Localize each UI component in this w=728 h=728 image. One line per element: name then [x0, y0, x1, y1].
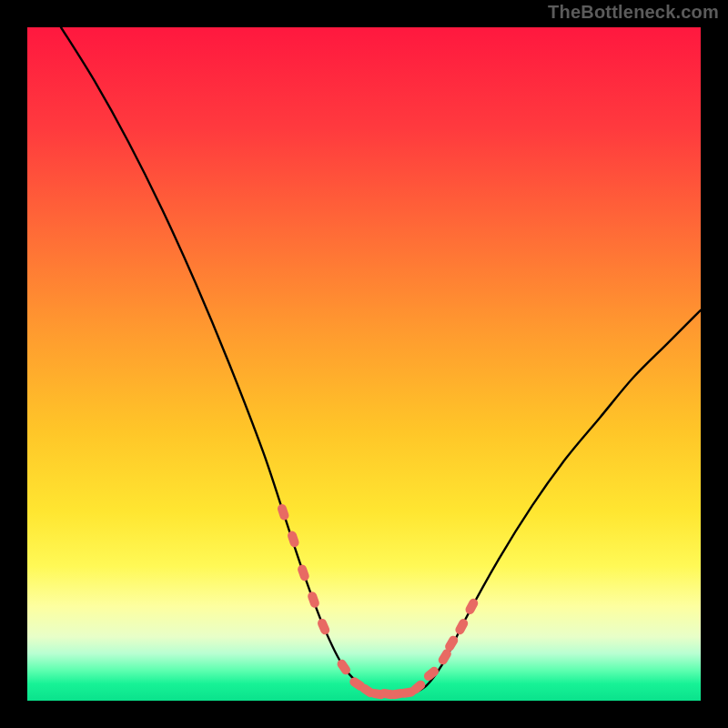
chart-frame: TheBottleneck.com: [0, 0, 728, 728]
bottleneck-chart: [27, 27, 701, 701]
watermark-text: TheBottleneck.com: [548, 2, 719, 23]
plot-background: [27, 27, 701, 701]
